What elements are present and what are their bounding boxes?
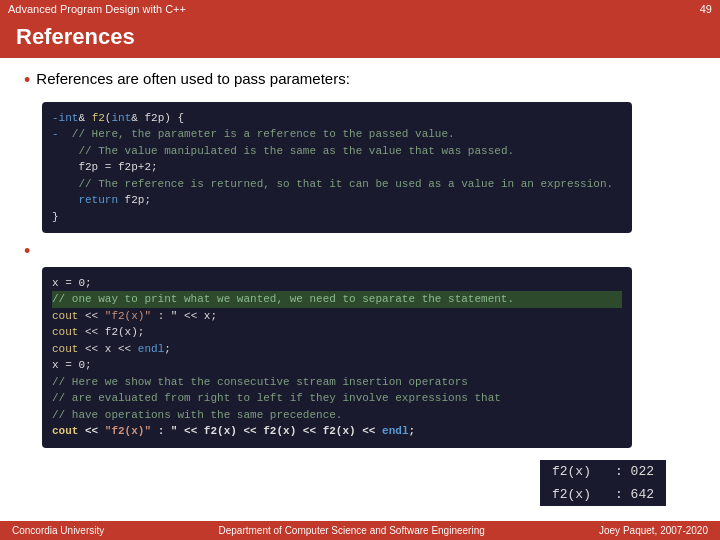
footer-right: Joey Paquet, 2007-2020 [599,525,708,536]
footer: Concordia University Department of Compu… [0,521,720,540]
footer-center: Department of Computer Science and Softw… [219,525,485,536]
slide-header: References [0,18,720,58]
bullet-dot-2: • [24,241,30,263]
slide-title: References [16,24,704,50]
bullet-1: • References are often used to pass para… [24,70,696,92]
output-label-2: f2(x) [540,483,603,506]
course-title: Advanced Program Design with C++ [8,3,186,15]
top-bar: Advanced Program Design with C++ 49 [0,0,720,18]
bullet-dot-1: • [24,70,30,92]
slide-content: • References are often used to pass para… [0,58,720,464]
slide-number: 49 [700,3,712,15]
bullet-1-text: References are often used to pass parame… [36,70,350,87]
bullet-2: • [24,241,696,263]
output-value-1: : 022 [603,460,666,483]
output-label-1: f2(x) [540,460,603,483]
output-value-2: : 642 [603,483,666,506]
output-table: f2(x) : 022 f2(x) : 642 [540,460,666,506]
code-block-2: x = 0; // one way to print what we wante… [42,267,632,448]
output-row-1: f2(x) : 022 [540,460,666,483]
output-row-2: f2(x) : 642 [540,483,666,506]
footer-left: Concordia University [12,525,104,536]
code-block-1: -int& f2(int& f2p) { - // Here, the para… [42,102,632,234]
